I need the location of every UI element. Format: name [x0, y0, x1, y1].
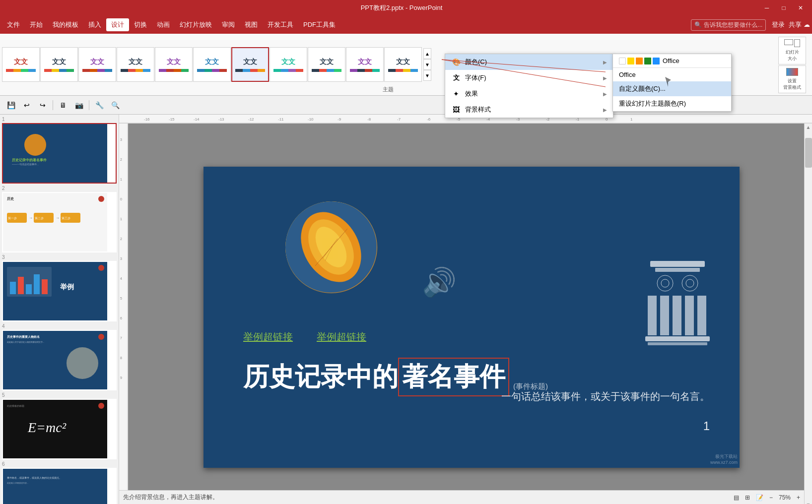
color-dropdown: 🎨 颜色(C) ▶ 文 字体(F) ▶ ✦ 效果 ▶ 🖼 背景样式 ▶ — [445, 54, 613, 118]
scrollbar-vertical[interactable]: ▲ ▼ — [804, 124, 812, 504]
maximize-button[interactable]: □ — [776, 3, 791, 13]
link-1[interactable]: 举例超链接 — [243, 330, 293, 344]
menu-review[interactable]: 审阅 — [217, 18, 240, 31]
svg-text:此处模板的标题: 此处模板的标题 — [7, 404, 24, 407]
dropdown-background[interactable]: 🖼 背景样式 ▶ — [445, 102, 613, 118]
theme-7[interactable]: 文文 — [231, 47, 269, 82]
dropdown-effects[interactable]: ✦ 效果 ▶ — [445, 86, 613, 102]
slide-item-6[interactable]: 6 事件称名，或该事件，或说某人物的论文或观点。 此处输入详细描述内容... — [2, 461, 117, 504]
link-2[interactable]: 举例超链接 — [317, 330, 366, 344]
title-bar: PPT教程2.pptx - PowerPoint ─ □ ✕ — [0, 0, 812, 16]
menu-bar: 文件 开始 我的模板 插入 设计 切换 动画 幻灯片放映 审阅 视图 开发工具 … — [0, 16, 812, 34]
search-button[interactable]: 🔍 — [108, 98, 122, 112]
slide-item-5[interactable]: 5 E=mc² 此处模板的标题 — [2, 392, 117, 459]
menu-devtools[interactable]: 开发工具 — [263, 18, 298, 31]
svg-text:-11: -11 — [278, 117, 284, 122]
undo-button[interactable]: ↩ — [20, 98, 34, 112]
slide-thumb-1[interactable]: 历史记录中的著名事件 ——一句话总结该事件， — [2, 123, 117, 184]
theme-5[interactable]: 文文 — [155, 47, 193, 82]
dropdown-color[interactable]: 🎨 颜色(C) ▶ — [445, 54, 613, 70]
view-slide[interactable]: ⊞ — [745, 494, 750, 501]
svg-rect-21 — [42, 279, 48, 294]
svg-rect-90 — [645, 336, 710, 341]
menu-design[interactable]: 设计 — [106, 18, 129, 31]
slide-thumb-3[interactable]: 举例 — [2, 261, 117, 321]
search-placeholder: 告诉我您想要做什么... — [704, 21, 762, 29]
scroll-mid-btn[interactable]: ▼ — [423, 59, 431, 70]
svg-text:——一句话总结该事件，: ——一句话总结该事件， — [12, 163, 39, 166]
status-bar: 先介绍背景信息，再进入主题讲解。 ▤ ⊞ 📝 − 75% + — [119, 490, 804, 504]
theme-11[interactable]: 文文 — [384, 47, 422, 82]
view-notes[interactable]: 📝 — [756, 494, 763, 501]
color-dot-4 — [644, 58, 651, 64]
slide-size-button[interactable]: 幻灯片大小 — [778, 37, 806, 64]
svg-point-14 — [98, 196, 104, 202]
slide-item-1[interactable]: 1 历史记录中的著名事件 ——一句话总结该事件， — [2, 117, 117, 184]
slide-thumb-2[interactable]: 历史 第一步 → 第二步 → 第三步 — [2, 192, 117, 252]
ruler-vertical: 3 2 1 0 1 2 3 4 5 6 7 8 9 — [119, 124, 128, 504]
menu-insert[interactable]: 插入 — [83, 18, 106, 31]
svg-rect-91 — [648, 342, 707, 345]
zoom-out[interactable]: − — [769, 494, 773, 501]
scroll-down-btn[interactable]: ▼ — [423, 70, 431, 81]
window-controls: ─ □ ✕ — [759, 3, 808, 13]
theme-9[interactable]: 文文 — [308, 47, 345, 82]
theme-8[interactable]: 文文 — [270, 47, 307, 82]
menu-view[interactable]: 视图 — [240, 18, 263, 31]
menu-right: 登录 共享 ☁ — [772, 20, 810, 29]
share-button[interactable]: 共享 ☁ — [789, 20, 810, 29]
present-button[interactable]: 🖥 — [56, 98, 70, 112]
submenu-item-office[interactable]: Office — [613, 68, 731, 81]
column-icon — [645, 261, 710, 347]
dropdown-font-arrow: ▶ — [603, 75, 607, 81]
close-button[interactable]: ✕ — [793, 3, 808, 13]
dropdown-font[interactable]: 文 字体(F) ▶ — [445, 70, 613, 86]
svg-text:-10: -10 — [308, 117, 314, 122]
theme-1[interactable]: 文文 — [2, 47, 40, 82]
minimize-button[interactable]: ─ — [759, 3, 774, 13]
submenu-item-custom[interactable]: 自定义颜色(C)... — [613, 81, 731, 96]
color-dot-1 — [619, 58, 626, 64]
menu-transition[interactable]: 切换 — [129, 18, 152, 31]
menu-animation[interactable]: 动画 — [152, 18, 175, 31]
menu-mytemplate[interactable]: 我的模板 — [48, 18, 83, 31]
zoom-in[interactable]: + — [797, 494, 800, 501]
svg-text:-12: -12 — [248, 117, 254, 122]
background-format-button[interactable]: 设置背景格式 — [778, 65, 806, 93]
theme-3[interactable]: 文文 — [78, 47, 116, 82]
slide-thumb-6[interactable]: 事件称名，或该事件，或说某人物的论文或观点。 此处输入详细描述内容... — [2, 468, 117, 504]
scrollbar-thumb[interactable] — [805, 138, 812, 168]
redo-button[interactable]: ↪ — [36, 98, 50, 112]
theme-6[interactable]: 文文 — [193, 47, 231, 82]
slide-item-3[interactable]: 3 举例 — [2, 254, 117, 321]
menu-slideshow[interactable]: 幻灯片放映 — [175, 18, 217, 31]
menu-start[interactable]: 开始 — [25, 18, 48, 31]
theme-4[interactable]: 文文 — [117, 47, 154, 82]
screenshot-button[interactable]: 📷 — [72, 98, 86, 112]
save-button[interactable]: 💾 — [4, 98, 18, 112]
color-dots — [619, 58, 660, 64]
theme-2[interactable]: 文文 — [40, 47, 78, 82]
slide-size-label: 幻灯片大小 — [786, 49, 799, 62]
svg-point-23 — [98, 265, 104, 271]
theme-10[interactable]: 文文 — [346, 47, 384, 82]
svg-text:-15: -15 — [169, 117, 175, 122]
slide-item-4[interactable]: 4 历史事件的重要人物姓名 此处输入关于该历史人物的简要说明文字... — [2, 323, 117, 390]
slide-item-2[interactable]: 2 历史 第一步 → 第二步 → 第三步 — [2, 186, 117, 252]
menu-search[interactable]: 🔍 告诉我您想要做什么... — [691, 19, 766, 31]
menu-file[interactable]: 文件 — [2, 18, 25, 31]
svg-text:6: 6 — [120, 316, 122, 320]
svg-text:E=mc²: E=mc² — [27, 420, 67, 435]
submenu-item-reset[interactable]: 重设幻灯片主题颜色(R) — [613, 96, 731, 111]
slide-thumb-5[interactable]: E=mc² 此处模板的标题 — [2, 399, 117, 459]
svg-text:5: 5 — [120, 297, 122, 300]
svg-text:2: 2 — [120, 158, 122, 161]
menu-pdf[interactable]: PDF工具集 — [298, 18, 340, 31]
scroll-up-btn[interactable]: ▲ — [423, 48, 431, 59]
svg-text:-14: -14 — [194, 117, 200, 122]
login-button[interactable]: 登录 — [772, 20, 785, 29]
view-normal[interactable]: ▤ — [734, 494, 739, 501]
slide-thumb-4[interactable]: 历史事件的重要人物姓名 此处输入关于该历史人物的简要说明文字... — [2, 330, 117, 390]
customize-button[interactable]: 🔧 — [92, 98, 106, 112]
svg-point-84 — [686, 279, 694, 287]
